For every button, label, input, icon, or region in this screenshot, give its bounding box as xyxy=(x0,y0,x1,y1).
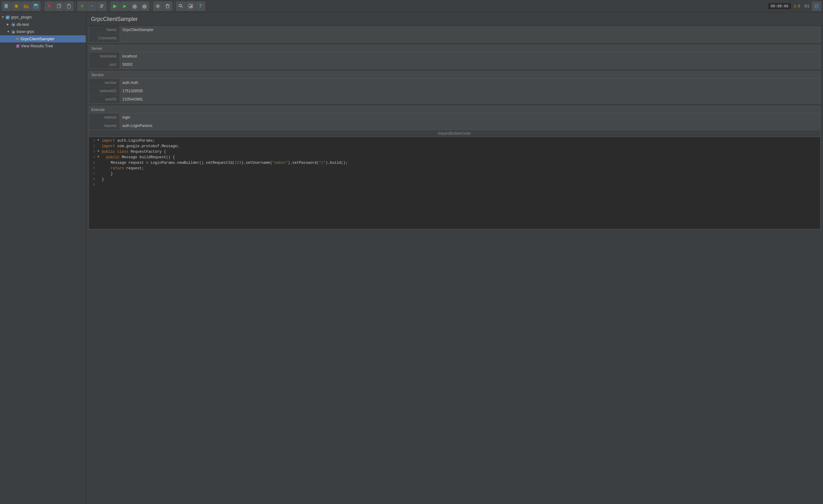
hostname-value[interactable]: localhost xyxy=(120,52,820,60)
listener-icon xyxy=(16,44,20,48)
code-editor[interactable]: 1■import auth.LoginParams;2import com.go… xyxy=(89,137,821,229)
sep5 xyxy=(174,2,174,10)
line-number: 3 xyxy=(89,150,98,153)
line-number: 2 xyxy=(89,144,98,148)
open-file-button[interactable] xyxy=(21,2,31,11)
request-label: request: xyxy=(89,122,120,129)
svg-point-18 xyxy=(157,5,159,7)
name-value[interactable]: GrpcClientSampler xyxy=(120,26,820,34)
warning-count: 0 xyxy=(798,4,800,8)
comments-value[interactable] xyxy=(120,34,820,42)
line-number: 1 xyxy=(89,139,98,142)
timer-display: 00:00:06 xyxy=(768,3,791,9)
port-row: port: 50052 xyxy=(89,60,820,68)
server-section: Server hostname: localhost port: 50052 xyxy=(89,45,821,69)
code-line-5: 5 Message request = LoginParams.newBuild… xyxy=(89,161,820,166)
execute-section-header: Execute xyxy=(89,106,820,113)
service-value[interactable]: auth.Auth xyxy=(120,79,820,87)
line-collapse-icon[interactable]: ■ xyxy=(98,139,102,142)
method-value[interactable]: login xyxy=(120,113,820,121)
svg-rect-7 xyxy=(34,4,37,6)
line-number: 8 xyxy=(89,177,98,181)
run-no-pause-button[interactable]: ▶ xyxy=(120,2,130,11)
line-number: 5 xyxy=(89,161,98,165)
line-code: import auth.LoginParams; xyxy=(102,139,155,143)
counter-badge: 0/1 xyxy=(802,4,811,8)
paste-button[interactable] xyxy=(64,2,73,11)
shutdown-button[interactable]: ⬤ xyxy=(140,2,149,11)
execute-section: Execute method: login request: auth.Logi… xyxy=(89,106,821,130)
svg-text:T: T xyxy=(15,5,17,8)
service-label: service: xyxy=(89,79,120,86)
code-line-1: 1■import auth.LoginParams; xyxy=(89,138,820,144)
cut-button[interactable] xyxy=(45,2,54,11)
online-button[interactable] xyxy=(812,2,821,11)
warning-badge: ⚠ 0 xyxy=(792,4,802,8)
code-line-6: 6 return request; xyxy=(89,166,820,172)
code-line-3: 3■public class RequestFactory { xyxy=(89,149,820,155)
networkid-label: networkID: xyxy=(89,87,120,94)
stop-button[interactable]: ⬤ xyxy=(130,2,139,11)
sidebar-item-db-test[interactable]: ▶ ⚙ db-test xyxy=(0,21,86,28)
port-value[interactable]: 50052 xyxy=(120,60,820,68)
report-button[interactable] xyxy=(186,2,195,11)
svg-text:⚙: ⚙ xyxy=(12,31,14,34)
svg-rect-12 xyxy=(57,5,60,8)
svg-rect-13 xyxy=(67,5,70,8)
grpc-plugin-label: grpc_plugin xyxy=(11,15,32,19)
requestbuildercode-label: requestBuilderCode: xyxy=(89,130,821,137)
svg-rect-8 xyxy=(34,6,37,8)
code-line-8: 8} xyxy=(89,177,820,183)
copy-button[interactable] xyxy=(54,2,64,11)
request-value[interactable]: auth.LoginParams xyxy=(120,122,820,130)
svg-text:⚙: ⚙ xyxy=(12,24,14,26)
grpc-client-sampler-label: GrpcClientSampler xyxy=(21,37,54,41)
clear-button[interactable] xyxy=(163,2,172,11)
line-code: Message request = LoginParams.newBuilder… xyxy=(102,161,347,165)
remove-button[interactable]: − xyxy=(88,2,97,11)
sidebar-item-view-results-tree[interactable]: View Results Tree xyxy=(0,42,86,49)
line-collapse-icon[interactable]: ■ xyxy=(98,155,102,158)
line-code: public class RequestFactory { xyxy=(102,150,166,154)
comments-row: Comments: xyxy=(89,34,820,42)
sidebar-item-grpc-plugin[interactable]: ▼ grpc_plugin xyxy=(0,14,86,21)
toggle-icon: ▼ xyxy=(1,15,6,19)
service-section: Service service: auth.Auth networkID: 17… xyxy=(89,71,821,103)
new-button[interactable] xyxy=(2,2,11,11)
line-code: } xyxy=(102,177,104,182)
line-code: public Message buildRequest() { xyxy=(102,155,175,160)
line-collapse-icon[interactable]: ■ xyxy=(98,150,102,153)
browse-button[interactable] xyxy=(97,2,107,11)
settings-button[interactable] xyxy=(153,2,162,11)
hostname-label: hostname: xyxy=(89,53,120,60)
search-button[interactable] xyxy=(176,2,185,11)
userid-label: userID: xyxy=(89,96,120,103)
userid-row: userID: 2105443881 xyxy=(89,95,820,103)
server-section-header: Server xyxy=(89,45,820,52)
method-row: method: login xyxy=(89,113,820,122)
db-test-label: db-test xyxy=(17,22,29,27)
save-button[interactable] xyxy=(31,2,41,11)
line-number: 7 xyxy=(89,172,98,176)
test-plan-icon xyxy=(6,15,10,20)
help-button[interactable]: ? xyxy=(196,2,205,11)
line-number: 6 xyxy=(89,166,98,170)
code-line-7: 7 } xyxy=(89,172,820,177)
userid-value[interactable]: 2105443881 xyxy=(120,95,820,103)
sidebar-item-base-grpc[interactable]: ▼ ⚙ base-grpc xyxy=(0,28,86,35)
code-line-9: 9 xyxy=(89,183,820,188)
templates-button[interactable]: T xyxy=(12,2,21,11)
run-button[interactable]: ▶ xyxy=(111,2,120,11)
warning-icon: ⚠ xyxy=(794,4,797,8)
sidebar-item-grpc-client-sampler[interactable]: ✏ GrpcClientSampler xyxy=(0,35,86,42)
content-title: GrpcClientSampler xyxy=(86,12,823,26)
networkid-row: networkID: 1751328505 xyxy=(89,87,820,95)
sep3 xyxy=(108,2,109,10)
networkid-value[interactable]: 1751328505 xyxy=(120,87,820,95)
base-grpc-label: base-grpc xyxy=(17,29,34,34)
view-results-tree-label: View Results Tree xyxy=(21,44,53,48)
add-button[interactable]: + xyxy=(77,2,87,11)
code-line-4: 4■ public Message buildRequest() { xyxy=(89,155,820,161)
main-layout: ▼ grpc_plugin ▶ ⚙ db-test xyxy=(0,12,823,504)
line-number: 4 xyxy=(89,155,98,159)
